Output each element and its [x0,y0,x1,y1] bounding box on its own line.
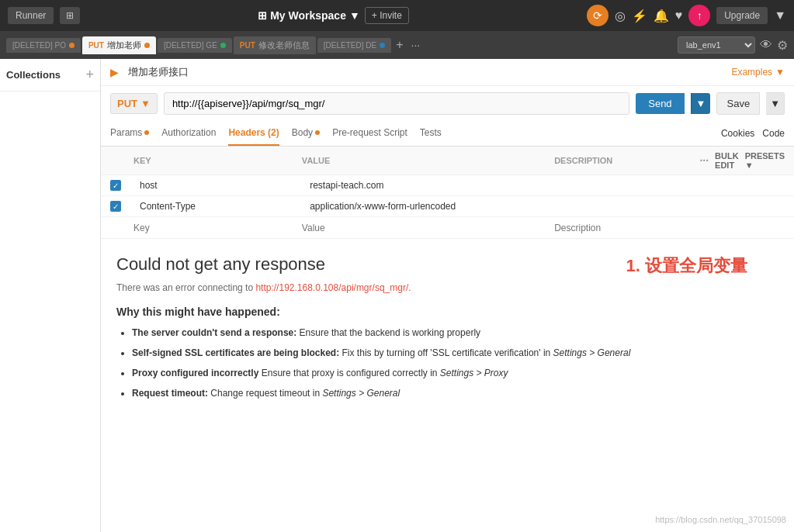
tab-dot-de [380,43,385,48]
col-value-header: VALUE [302,156,554,165]
col-key-header: KEY [133,156,302,165]
tab-put-addteacher[interactable]: PUT 增加老师 [82,36,156,54]
sync-button[interactable]: ⟳ [587,5,609,26]
tab-tests[interactable]: Tests [420,121,442,146]
method-dropdown-icon: ▼ [140,98,151,109]
runner-button[interactable]: Runner [8,7,54,24]
tab-label-editteacher: 修改老师信息 [258,40,310,51]
bell-icon[interactable]: 🔔 [654,9,669,23]
tab-tests-label: Tests [420,127,442,138]
main-layout: Collections + ▶ 增加老师接口 Examples ▼ PUT ▼ … [0,59,794,532]
workspace-button[interactable]: ⊞ My Workspace ▼ [258,9,360,22]
reason-3-bold: Proxy configured incorrectly [132,368,258,378]
dropdown-icon: ▼ [349,9,360,22]
response-subtitle-start: There was an error connecting to [116,282,255,293]
tab-method-put1: PUT [88,41,104,50]
col-key-empty[interactable] [133,222,302,233]
tab-dot-po [69,43,75,48]
send-button[interactable]: Send [636,93,684,114]
method-label: PUT [117,98,137,109]
upgrade-dropdown-icon[interactable]: ▼ [774,9,786,22]
reason-3: Proxy configured incorrectly Ensure that… [132,366,778,380]
top-bar-right: ⟳ ◎ ⚡ 🔔 ♥ ↑ Upgrade ▼ [587,5,786,26]
heart-icon[interactable]: ♥ [675,9,683,22]
sidebar-header: Collections + [0,59,100,92]
tab-more-button[interactable]: ··· [408,39,424,51]
reason-2-italic: Settings > General [553,347,631,358]
invite-button[interactable]: + Invite [365,7,409,24]
tab-authorization[interactable]: Authorization [161,121,216,146]
tab-method-deleted-de: [DELETED] DE [324,41,376,50]
tab-method-po: [DELETED] PO [12,41,66,50]
url-input[interactable] [164,92,629,115]
breadcrumb-text: 增加老师接口 [128,65,189,79]
save-button[interactable]: Save [716,92,760,115]
watermark: https://blog.csdn.net/qq_37015098 [655,515,786,524]
import-button[interactable]: ⊞ [60,7,80,24]
tab-dot-ge [220,43,226,48]
radar-icon[interactable]: ◎ [615,9,626,23]
row-key-host: host [133,180,303,191]
col-actions-header: ··· Bulk Edit Presets ▼ [723,151,785,170]
tab-headers[interactable]: Headers (2) [228,121,279,146]
reason-4-bold: Request timeout: [132,388,208,399]
tab-pre-request-label: Pre-request Script [332,127,407,138]
environment-select[interactable]: lab_env1 No Environment [678,36,755,54]
top-bar-center: ⊞ My Workspace ▼ + Invite [86,7,580,24]
tab-deleted-ge[interactable]: [DELETED] GE [158,38,232,53]
examples-link[interactable]: Examples [731,67,772,78]
save-dropdown-button[interactable]: ▼ [766,92,785,115]
tab-put-editteacher[interactable]: PUT 修改老师信息 [234,36,316,54]
tab-deleted-de[interactable]: [DELETED] DE [317,38,391,53]
checkbox-host[interactable] [110,180,121,191]
key-input-empty[interactable] [133,223,302,233]
tab-body-label: Body [292,127,313,138]
user-avatar[interactable]: ↑ [688,5,710,26]
code-link[interactable]: Code [762,128,785,139]
gear-icon[interactable]: ⚙ [777,38,788,53]
arrow-annotation [724,239,786,247]
plug-icon[interactable]: ⚡ [632,9,647,23]
table-row-empty [101,217,794,239]
method-select[interactable]: PUT ▼ [110,93,158,114]
eye-icon[interactable]: 👁 [760,38,772,52]
response-error-link[interactable]: http://192.168.0.108/api/mgr/sq_mgr/ [255,282,408,293]
table-row-host: host restapi-teach.com [101,175,794,196]
presets-button[interactable]: Presets ▼ [745,151,785,170]
tab-body[interactable]: Body [292,121,320,146]
tab-pre-request[interactable]: Pre-request Script [332,121,407,146]
url-bar: PUT ▼ Send ▼ Save ▼ [101,86,794,121]
tab-add-button[interactable]: + [393,38,406,52]
grid-icon: ⊞ [258,9,267,22]
upgrade-button[interactable]: Upgrade [716,7,768,24]
three-dots-icon[interactable]: ··· [699,154,709,167]
checkbox-ct[interactable] [110,201,121,212]
reason-list: The server couldn't send a response: Ens… [116,326,778,400]
desc-input-empty[interactable] [554,223,723,233]
tab-params[interactable]: Params [110,121,149,146]
col-desc-header: DESCRIPTION [554,156,723,165]
value-input-empty[interactable] [302,223,554,233]
tab-headers-label: Headers (2) [228,127,279,138]
response-area: Could not get any response There was an … [101,239,794,532]
col-check-ct [110,201,133,212]
tab-params-label: Params [110,127,142,138]
cookies-link[interactable]: Cookies [721,128,754,139]
col-desc-empty[interactable] [554,222,723,233]
why-title: Why this might have happened: [116,306,778,318]
req-tabs-right: Cookies Code [721,128,785,139]
sidebar: Collections + [0,59,101,532]
reason-3-italic: Settings > Proxy [440,368,508,378]
tab-deleted-po[interactable]: [DELETED] PO [6,38,81,53]
reason-2-bold: Self-signed SSL certificates are being b… [132,347,339,358]
request-line: ▶ 增加老师接口 Examples ▼ [101,59,794,86]
send-dropdown-button[interactable]: ▼ [691,93,711,114]
table-row-content-type: Content-Type application/x-www-form-urle… [101,196,794,217]
col-check-host [110,180,133,191]
sidebar-add-button[interactable]: + [85,67,94,83]
bulk-edit-link[interactable]: Bulk Edit [715,151,739,170]
row-key-ct: Content-Type [133,201,303,212]
reason-4: Request timeout: Change request timeout … [132,386,778,400]
col-value-empty[interactable] [302,222,554,233]
top-bar: Runner ⊞ ⊞ My Workspace ▼ + Invite ⟳ ◎ ⚡… [0,0,794,31]
